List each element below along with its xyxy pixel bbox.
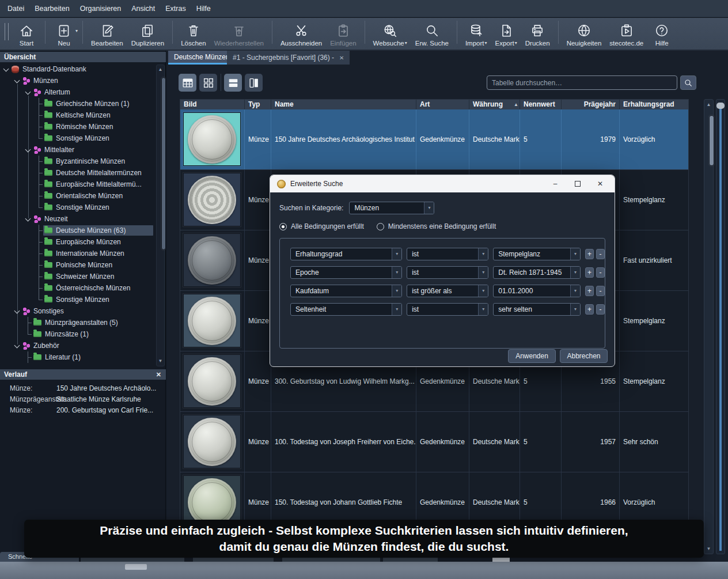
tree-item[interactable]: Literatur (1) <box>0 351 166 363</box>
remove-criteria-button[interactable]: - <box>596 304 605 315</box>
add-criteria-button[interactable]: + <box>585 286 594 296</box>
row-size-slider[interactable] <box>716 99 725 554</box>
tree-item[interactable]: Orientalische Münzen <box>0 190 166 202</box>
chevron-down-icon[interactable]: ▾ <box>392 304 401 315</box>
tree-expander[interactable] <box>35 133 43 144</box>
tree-expander[interactable] <box>35 202 43 213</box>
tree-item[interactable]: Römische Münzen <box>0 121 166 133</box>
toolbar-button[interactable]: ▾ ▾ <box>558 21 559 44</box>
tree-item[interactable]: Griechische Münzen (1) <box>0 98 166 109</box>
tree-item[interactable]: Polnische Münzen <box>0 259 166 271</box>
toolbar-button[interactable]: ▾ ▾ <box>457 21 457 44</box>
view-toggle-button[interactable] <box>221 74 221 91</box>
toolbar-button[interactable]: ▾ Neuigkeiten▾ <box>563 21 606 47</box>
tree-expander[interactable] <box>35 294 43 305</box>
tree-expander[interactable] <box>13 305 21 317</box>
tree-expander[interactable] <box>35 271 43 282</box>
toolbar-button[interactable]: ▾ Einfügen▾ <box>326 21 360 47</box>
toolbar-button[interactable]: ▾ Ausschneiden▾ <box>276 21 326 47</box>
tree-expander[interactable] <box>24 213 32 225</box>
tree-item[interactable]: Deutsche Mittelaltermünzen <box>0 167 166 179</box>
chevron-down-icon[interactable]: ▾ <box>570 285 580 297</box>
table-column-header[interactable]: Bild ▲ <box>180 100 245 109</box>
table-column-header[interactable]: Prägejahr ▲ <box>562 100 620 109</box>
tree-expander[interactable] <box>35 190 43 202</box>
add-criteria-button[interactable]: + <box>585 304 594 315</box>
menu-item[interactable]: Ansicht <box>126 0 160 17</box>
toolbar-button[interactable]: ▾ ▾ <box>82 21 83 44</box>
dialog-titlebar[interactable]: Erweiterte Suche – ✕ <box>270 175 615 192</box>
toolbar-button[interactable]: ▾ Wiederherstellen▾ <box>210 21 268 47</box>
toolbar-button[interactable]: ▾ Neu▾ <box>50 21 78 47</box>
tree-expander[interactable] <box>35 225 43 236</box>
tree-expander[interactable] <box>35 282 43 294</box>
tree-scrollbar[interactable]: ▲ ▼ <box>156 65 165 366</box>
add-criteria-button[interactable]: + <box>585 249 594 259</box>
tree-item[interactable]: Altertum <box>0 86 166 98</box>
slider-handle[interactable] <box>716 103 725 109</box>
toolbar-button[interactable]: ▾ Export▾ <box>491 21 521 47</box>
radio-any-condition[interactable]: Mindenstens eine Bedingung erfüllt <box>377 222 496 230</box>
chevron-down-icon[interactable]: ▾ <box>392 248 401 260</box>
criteria-field-select[interactable]: Epoche▾ <box>290 266 402 279</box>
tree-expander[interactable] <box>35 179 43 190</box>
tab-close-icon[interactable]: ✕ <box>339 55 344 61</box>
tree-expander[interactable] <box>35 248 43 259</box>
table-search-button[interactable] <box>680 75 696 90</box>
table-column-header[interactable]: Name ▲ <box>271 100 416 109</box>
toolbar-button[interactable]: ▾ ▾ <box>272 21 272 44</box>
criteria-value-select[interactable]: Dt. Reich 1871-1945▾ <box>493 266 581 279</box>
table-search-input[interactable] <box>487 75 677 90</box>
tree-item[interactable]: Standard-Datenbank <box>0 63 166 75</box>
table-column-header[interactable]: Art ▲ <box>416 100 469 109</box>
view-toggle-button[interactable] <box>179 74 196 92</box>
scroll-down-icon[interactable]: ▼ <box>157 358 164 365</box>
toolbar-button[interactable]: ▾ Bearbeiten▾ <box>87 21 127 47</box>
tree-item[interactable]: Sonstige Münzen <box>0 202 166 213</box>
tree-expander[interactable] <box>13 75 21 86</box>
tree-expander[interactable] <box>13 340 21 351</box>
tree-expander[interactable] <box>24 351 32 363</box>
history-entry[interactable]: Münze: 150 Jahre Deutsches Archäolo... <box>0 383 166 393</box>
menu-item[interactable]: Bearbeiten <box>29 0 74 17</box>
chevron-down-icon[interactable]: ▾ <box>392 267 401 278</box>
table-row[interactable]: Münze 100. Todestag von Joseph Freiherr … <box>180 412 688 472</box>
toolbar-button[interactable]: ▾ Start▾ <box>12 21 41 47</box>
tree-item[interactable]: Sonstige Münzen <box>0 133 166 144</box>
tree-item[interactable]: Neuzeit <box>0 213 166 225</box>
tree-item[interactable]: Keltische Münzen <box>0 109 166 121</box>
table-scrollbar-thumb[interactable] <box>709 115 714 166</box>
cancel-button[interactable]: Abbrechen <box>560 349 608 363</box>
table-column-header[interactable]: Typ ▲ <box>245 100 271 109</box>
criteria-value-select[interactable]: Stempelglanz▾ <box>493 248 581 260</box>
criteria-operator-select[interactable]: ist▾ <box>407 248 488 260</box>
menu-item[interactable]: Hilfe <box>191 0 216 17</box>
tree-expander[interactable] <box>24 144 32 156</box>
toolbar-button[interactable]: ▾ Websuche▾ <box>369 21 411 47</box>
tree-item[interactable]: Münzprägeanstalten (5) <box>0 317 166 328</box>
tree-expander[interactable] <box>24 328 32 340</box>
tree-expander[interactable] <box>35 121 43 133</box>
tree-expander[interactable] <box>35 109 43 121</box>
chevron-down-icon[interactable]: ▾ <box>570 304 580 315</box>
tree-item[interactable]: Deutsche Münzen (63) <box>0 225 166 236</box>
close-icon[interactable]: ✕ <box>596 180 604 188</box>
toolbar-button[interactable]: ▾ Drucken▾ <box>521 21 554 47</box>
close-icon[interactable]: ✕ <box>156 369 161 380</box>
tree-item[interactable]: Münzen <box>0 75 166 86</box>
tree-expander[interactable] <box>35 98 43 109</box>
tree-expander[interactable] <box>35 156 43 167</box>
scroll-down-icon[interactable]: ▼ <box>704 546 713 551</box>
toolbar-button[interactable]: ▾ Import▾ <box>461 21 491 47</box>
criteria-field-select[interactable]: Kaufdatum▾ <box>290 285 402 297</box>
tree-item[interactable]: Sonstiges <box>0 305 166 317</box>
tree-item[interactable]: Sonstige Münzen <box>0 294 166 305</box>
chevron-down-icon[interactable]: ▾ <box>424 202 434 214</box>
tree-item[interactable]: Zubehör <box>0 340 166 351</box>
tree-item[interactable]: Österreichische Münzen <box>0 282 166 294</box>
document-tab[interactable]: #1 - Suchergebnis [Favorit] (36) - ✕ <box>227 51 350 65</box>
tree-scrollbar-thumb[interactable] <box>161 77 166 250</box>
tree-expander[interactable] <box>24 317 32 328</box>
toolbar-button[interactable]: ▾ Hilfe▾ <box>647 21 676 47</box>
tree-item[interactable]: Byzantinische Münzen <box>0 156 166 167</box>
